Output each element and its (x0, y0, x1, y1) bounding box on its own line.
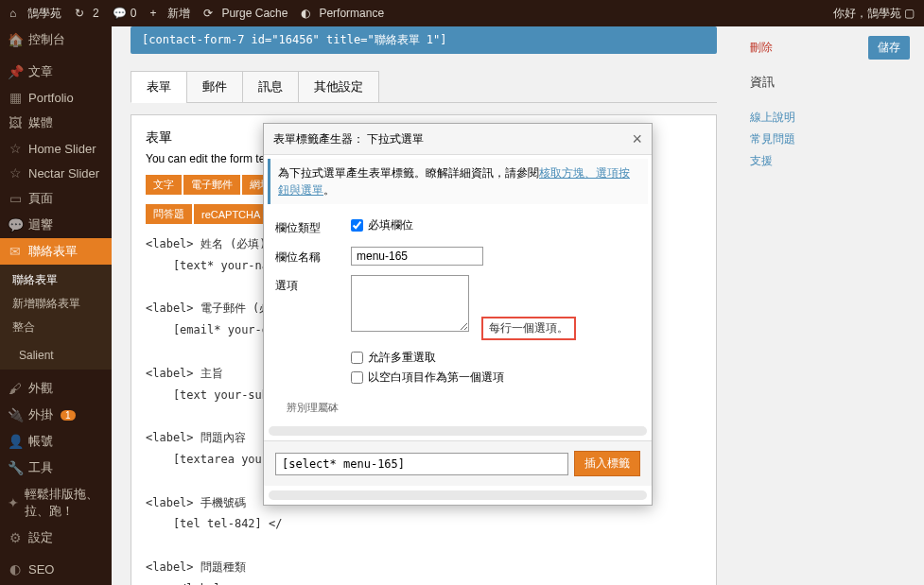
insert-shortcode-input[interactable] (275, 453, 568, 475)
sidebar-item-label: 工具 (28, 459, 53, 476)
plugin-badge: 1 (61, 410, 76, 421)
sidebar-item-settings[interactable]: ⚙設定 (0, 525, 112, 551)
options-textarea[interactable] (351, 275, 469, 332)
sidebar-item-appearance[interactable]: 🖌外觀 (0, 375, 112, 402)
sidebar-item-label: 迴響 (28, 216, 53, 233)
tag-btn-recaptcha[interactable]: reCAPTCHA (194, 204, 268, 224)
tab-other[interactable]: 其他設定 (298, 71, 379, 103)
greeting-text: 你好，鵠學苑 (833, 7, 901, 20)
sidebar-item-media[interactable]: 🖼媒體 (0, 110, 112, 136)
sidebar-item-perf[interactable]: ⊡Performance (0, 581, 112, 585)
sidebar-item-tools[interactable]: 🔧工具 (0, 455, 112, 481)
media-icon: 🖼 (8, 115, 23, 130)
modal-outer-scroll[interactable] (269, 490, 647, 500)
sidebar-sub-integration[interactable]: 整合 (0, 316, 112, 339)
avatar-icon: ▢ (904, 7, 915, 20)
sidebar-item-dashboard[interactable]: 🏠控制台 (0, 26, 112, 53)
tag-btn-text[interactable]: 文字 (146, 175, 182, 195)
sidebar-sub-salient[interactable]: Salient (0, 345, 112, 366)
sidebar-sub-forms[interactable]: 聯絡表單 (0, 268, 112, 292)
sidebar-item-label: SEO (28, 562, 54, 576)
updates-icon: ↻ (75, 7, 89, 21)
sidebar-item-contact[interactable]: ✉聯絡表單 (0, 238, 112, 265)
tag-generator-modal: 表單標籤產生器： 下拉式選單 × 為下拉式選單產生表單標籤。瞭解詳細資訊，請參閱… (263, 123, 653, 506)
sidebar-item-label: 輕鬆排版拖、拉、跑！ (25, 486, 104, 520)
sidebar-item-seo[interactable]: ◐SEO (0, 557, 112, 581)
tab-nav: 表單 郵件 訊息 其他設定 (131, 71, 717, 103)
grid-icon: ▦ (8, 90, 23, 105)
sidebar-item-homeslider[interactable]: ☆Home Slider (0, 136, 112, 161)
tag-btn-email[interactable]: 電子郵件 (183, 175, 240, 195)
adminbar-site[interactable]: ⌂鵠學苑 (9, 6, 61, 22)
purge-label: Purge Cache (221, 7, 288, 20)
info-link-docs[interactable]: 線上說明 (750, 110, 910, 126)
multi-checkbox[interactable] (351, 352, 363, 364)
field-name-input[interactable] (351, 247, 483, 266)
sidebar-item-portfolio[interactable]: ▦Portfolio (0, 85, 112, 110)
sidebar-item-label: 外觀 (28, 380, 53, 397)
admin-bar: ⌂鵠學苑 ↻2 💬0 +新增 ⟳Purge Cache ◐Performance… (0, 0, 924, 26)
site-name: 鵠學苑 (27, 6, 61, 22)
admin-bar-right[interactable]: 你好，鵠學苑 ▢ (833, 6, 915, 22)
truncated-label: 辨別理屬砵 (275, 399, 640, 417)
per-line-note: 每行一個選項。 (481, 317, 576, 340)
plus-icon: + (149, 7, 164, 21)
modal-body: 為下拉式選單產生表單標籤。瞭解詳細資訊，請參閱核取方塊、選項按鈕與選單。 欄位類… (264, 155, 652, 440)
sidebar-item-label: 帳號 (28, 433, 53, 450)
modal-header: 表單標籤產生器： 下拉式選單 × (264, 124, 652, 155)
adminbar-performance[interactable]: ◐Performance (301, 7, 384, 21)
sidebar-item-users[interactable]: 👤帳號 (0, 428, 112, 455)
modal-intro: 為下拉式選單產生表單標籤。瞭解詳細資訊，請參閱核取方塊、選項按鈕與選單。 (268, 159, 648, 204)
tab-messages[interactable]: 訊息 (242, 71, 299, 103)
sidebar-item-easy[interactable]: ✦輕鬆排版拖、拉、跑！ (0, 481, 112, 525)
sidebar-sub-add[interactable]: 新增聯絡表單 (0, 292, 112, 316)
home-icon: ⌂ (9, 7, 24, 21)
sidebar-item-label: 文章 (28, 63, 53, 80)
user-icon: 👤 (8, 434, 23, 449)
tab-mail[interactable]: 郵件 (186, 71, 243, 103)
adminbar-new[interactable]: +新增 (149, 6, 190, 22)
sidebar-item-label: Nectar Slider (28, 166, 99, 181)
sidebar-item-posts[interactable]: 📌文章 (0, 59, 112, 85)
right-sidebar: 刪除 儲存 資訊 線上說明 常見問題 支援 (736, 26, 924, 585)
modal-inner-scroll[interactable] (269, 426, 647, 436)
gear-icon: ⚙ (8, 530, 23, 545)
sidebar-item-label: 媒體 (28, 114, 53, 131)
modal-close-button[interactable]: × (632, 130, 642, 147)
cache-icon: ⟳ (203, 7, 218, 21)
delete-link[interactable]: 刪除 (750, 40, 773, 56)
sidebar-submenu: 聯絡表單 新增聯絡表單 整合 Salient (0, 265, 112, 370)
sidebar-item-label: 控制台 (28, 31, 65, 48)
dashboard-icon: 🏠 (8, 32, 23, 47)
code-line: [tel tel-842] </ (146, 513, 702, 535)
modal-insert-row: 插入標籤 (264, 440, 652, 486)
sidebar-item-nectarslider[interactable]: ☆Nectar Slider (0, 161, 112, 185)
sidebar-item-comments[interactable]: 💬迴響 (0, 212, 112, 238)
tag-btn-quiz[interactable]: 問答題 (146, 204, 192, 224)
info-link-faq[interactable]: 常見問題 (750, 131, 910, 147)
adminbar-comments[interactable]: 💬0 (113, 7, 137, 21)
blank-label: 以空白項目作為第一個選項 (368, 370, 504, 386)
adminbar-updates[interactable]: ↻2 (75, 7, 99, 21)
sidebar-item-pages[interactable]: ▭頁面 (0, 185, 112, 212)
modal-form: 欄位類型 必填欄位 欄位名稱 選項 每行一個選項。 允許多重選取 (264, 208, 652, 426)
shortcode-display[interactable]: [contact-form-7 id="16456" title="聯絡表單 1… (131, 26, 717, 54)
new-label: 新增 (167, 6, 190, 22)
insert-tag-button[interactable]: 插入標籤 (574, 451, 640, 476)
pin-icon: 📌 (8, 64, 23, 79)
info-link-support[interactable]: 支援 (750, 153, 910, 169)
sidebar-item-label: 設定 (28, 529, 53, 546)
options-label: 選項 (275, 275, 351, 294)
blank-checkbox[interactable] (351, 371, 363, 384)
tab-form[interactable]: 表單 (131, 71, 187, 103)
admin-sidebar: 🏠控制台 📌文章 ▦Portfolio 🖼媒體 ☆Home Slider ☆Ne… (0, 26, 112, 585)
required-checkbox[interactable] (351, 219, 363, 232)
sidebar-item-label: 聯絡表單 (28, 243, 78, 260)
adminbar-purge[interactable]: ⟳Purge Cache (203, 7, 288, 21)
sparkle-icon: ✦ (8, 495, 19, 510)
mail-icon: ✉ (8, 244, 23, 259)
save-button[interactable]: 儲存 (868, 36, 910, 60)
page-icon: ▭ (8, 191, 23, 206)
sidebar-item-plugins[interactable]: 🔌外掛1 (0, 402, 112, 428)
save-box: 刪除 儲存 (750, 36, 910, 60)
